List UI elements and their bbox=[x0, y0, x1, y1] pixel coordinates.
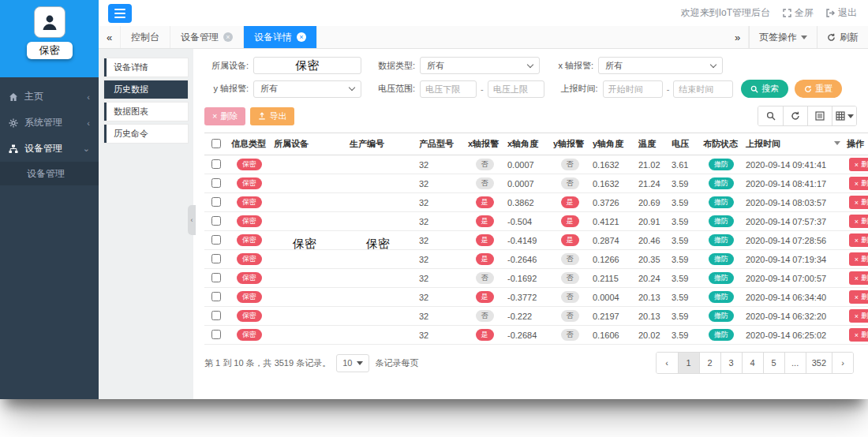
row-delete-button[interactable]: ×删除 bbox=[849, 309, 868, 323]
tabs-scroll-right-button[interactable]: » bbox=[727, 26, 749, 48]
next-page-button[interactable]: › bbox=[832, 353, 853, 373]
data-type-select[interactable]: 所有 bbox=[420, 57, 540, 74]
y-alarm-select[interactable]: 所有 bbox=[253, 80, 361, 98]
upload-icon bbox=[258, 112, 266, 120]
y-alarm-badge: 是 bbox=[561, 215, 579, 227]
row-delete-button[interactable]: ×删除 bbox=[849, 158, 868, 171]
close-icon[interactable]: × bbox=[297, 32, 306, 42]
panel-collapse-handle[interactable]: ‹ bbox=[188, 205, 196, 235]
row-checkbox[interactable] bbox=[211, 330, 221, 339]
table-search-button[interactable] bbox=[758, 106, 783, 125]
delete-selected-button[interactable]: × 删除 bbox=[204, 107, 245, 125]
table-refresh-button[interactable] bbox=[783, 106, 807, 125]
row-checkbox[interactable] bbox=[211, 197, 221, 207]
device-cell bbox=[271, 269, 346, 288]
row-checkbox[interactable] bbox=[211, 292, 221, 301]
reset-button[interactable]: 重置 bbox=[795, 80, 842, 98]
device-cell bbox=[271, 155, 346, 174]
info-type-badge: 保密 bbox=[237, 196, 262, 208]
x-angle-cell: -0.4149 bbox=[504, 231, 550, 250]
x-alarm-select[interactable]: 所有 bbox=[598, 57, 723, 74]
row-delete-button[interactable]: ×删除 bbox=[849, 215, 868, 228]
export-button[interactable]: 导出 bbox=[250, 107, 294, 125]
sidebar-subitem-device-manage[interactable]: 设备管理 bbox=[0, 162, 99, 185]
card-view-button[interactable] bbox=[807, 106, 832, 125]
x-icon: × bbox=[855, 275, 859, 282]
fullscreen-icon bbox=[783, 9, 791, 17]
page-button[interactable]: 5 bbox=[763, 353, 784, 373]
x-angle-cell: 0.0007 bbox=[504, 174, 550, 193]
voltage-cell: 3.59 bbox=[668, 326, 700, 345]
report-time-header[interactable]: 上报时间 bbox=[743, 133, 844, 155]
row-delete-button[interactable]: ×删除 bbox=[849, 290, 868, 304]
voltage-cell: 3.59 bbox=[668, 307, 700, 326]
avatar[interactable] bbox=[34, 6, 65, 38]
tab-operations-dropdown[interactable]: 页签操作 bbox=[749, 26, 817, 48]
page-size-select[interactable]: 10 bbox=[336, 354, 369, 372]
select-all-checkbox[interactable] bbox=[211, 139, 221, 148]
x-alarm-cell: 是 bbox=[465, 193, 504, 212]
search-icon bbox=[750, 85, 758, 93]
columns-button[interactable] bbox=[832, 106, 856, 125]
sidebar-menu: 主页 ‹ 系统管理 ‹ 设备管理 ⌄ 设备管理 bbox=[0, 77, 99, 185]
info-type-cell: 保密 bbox=[228, 250, 271, 269]
model-cell: 32 bbox=[416, 326, 465, 345]
info-type-badge: 保密 bbox=[237, 272, 262, 284]
row-checkbox[interactable] bbox=[211, 216, 221, 226]
row-checkbox[interactable] bbox=[211, 178, 221, 188]
fullscreen-button[interactable]: 全屏 bbox=[783, 6, 814, 20]
search-button[interactable]: 搜索 bbox=[741, 80, 788, 98]
row-checkbox[interactable] bbox=[211, 159, 221, 169]
row-delete-button[interactable]: ×删除 bbox=[849, 271, 868, 285]
tab-device-detail[interactable]: 设备详情 × bbox=[244, 26, 317, 48]
page-button[interactable]: 3 bbox=[720, 353, 742, 373]
x-alarm-cell: 是 bbox=[465, 250, 504, 269]
logout-button[interactable]: 退出 bbox=[826, 6, 857, 20]
subnav-item-data-chart[interactable]: 数据图表 bbox=[104, 103, 188, 121]
row-delete-button[interactable]: ×删除 bbox=[849, 328, 868, 342]
voltage-cell: 3.59 bbox=[668, 269, 700, 288]
end-time-input[interactable] bbox=[673, 80, 733, 98]
prev-page-button[interactable]: ‹ bbox=[657, 353, 678, 373]
filter-row-1: 所属设备: 数据类型: 所有 x 轴报警: 所有 bbox=[204, 57, 857, 74]
row-checkbox[interactable] bbox=[211, 254, 221, 263]
data-type-filter-label: 数据类型: bbox=[371, 60, 415, 72]
row-checkbox[interactable] bbox=[211, 235, 221, 245]
arm-status-cell: 撤防 bbox=[700, 326, 743, 345]
sidebar-item-device[interactable]: 设备管理 ⌄ bbox=[0, 136, 99, 162]
action-cell: ×删除 bbox=[844, 231, 868, 250]
sidebar-item-home[interactable]: 主页 ‹ bbox=[0, 84, 99, 110]
page-button[interactable]: 2 bbox=[699, 353, 720, 373]
device-filter-input[interactable] bbox=[253, 57, 361, 74]
checkbox-cell bbox=[204, 326, 228, 345]
table-options-group bbox=[758, 106, 857, 126]
page-button[interactable]: 352 bbox=[806, 353, 832, 373]
subnav-item-device-detail[interactable]: 设备详情 bbox=[104, 58, 188, 77]
page-ellipsis[interactable]: ... bbox=[784, 353, 806, 373]
sidebar-item-system[interactable]: 系统管理 ‹ bbox=[0, 110, 99, 136]
table-footer: 第 1 到 10 条，共 3519 条记录。 10 条记录每页 ‹12345..… bbox=[204, 352, 857, 374]
table-row: 保密32是-0.2684否0.160620.023.59撤防2020-09-14… bbox=[204, 326, 868, 345]
row-delete-button[interactable]: ×删除 bbox=[849, 177, 868, 190]
x-alarm-badge: 是 bbox=[476, 291, 494, 303]
subnav-item-history-command[interactable]: 历史命令 bbox=[104, 125, 188, 143]
row-delete-button[interactable]: ×删除 bbox=[849, 233, 868, 247]
row-checkbox[interactable] bbox=[211, 311, 221, 320]
voltage-max-input[interactable] bbox=[488, 80, 544, 98]
page-button[interactable]: 1 bbox=[678, 353, 699, 373]
reset-icon bbox=[804, 85, 812, 93]
page-button[interactable]: 4 bbox=[742, 353, 763, 373]
tab-console[interactable]: 控制台 bbox=[121, 26, 170, 48]
subnav-item-history-data[interactable]: 历史数据 bbox=[104, 80, 188, 99]
close-icon[interactable]: × bbox=[223, 32, 233, 42]
voltage-min-input[interactable] bbox=[420, 80, 477, 98]
start-time-input[interactable] bbox=[603, 80, 663, 98]
row-checkbox[interactable] bbox=[211, 273, 221, 282]
tab-device-manage[interactable]: 设备管理 × bbox=[170, 26, 244, 48]
tabs-scroll-left-button[interactable]: « bbox=[99, 26, 121, 48]
refresh-tab-button[interactable]: 刷新 bbox=[817, 26, 868, 48]
action-cell: ×删除 bbox=[844, 212, 868, 231]
row-delete-button[interactable]: ×删除 bbox=[849, 252, 868, 266]
row-delete-button[interactable]: ×删除 bbox=[849, 196, 868, 209]
menu-toggle-button[interactable] bbox=[108, 4, 132, 23]
